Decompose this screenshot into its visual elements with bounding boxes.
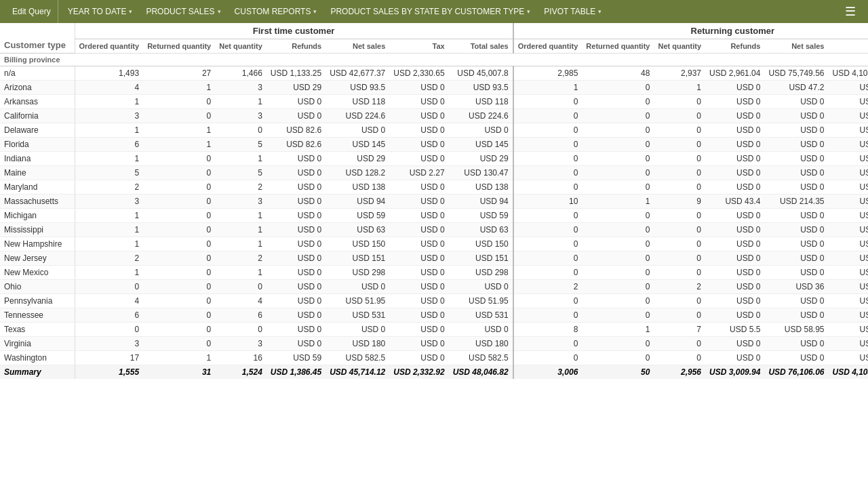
ftc-nq-cell: 6 — [215, 308, 267, 323]
table-row: n/a 1,493 27 1,466 USD 1,133.25 USD 42,6… — [0, 66, 868, 81]
ftc-rq-cell: 0 — [143, 195, 215, 209]
rc-ref-cell: USD 0 — [705, 95, 764, 109]
rc-tax-cell: USD 0 — [828, 337, 868, 351]
rc-nq-cell: 0 — [654, 223, 705, 237]
ftc-oq-cell: 17 — [75, 351, 143, 365]
ftc-ns-cell: USD 51.95 — [326, 294, 389, 308]
rc-tax-header: Tax — [828, 39, 868, 54]
ftc-oq-cell: 1 — [75, 266, 143, 280]
ftc-ts-cell: USD 93.5 — [449, 81, 513, 95]
table-row: Maryland 2 0 2 USD 0 USD 138 USD 0 USD 1… — [0, 180, 868, 195]
table-row: Ohio 0 0 0 USD 0 USD 0 USD 0 USD 0 2 0 2… — [0, 280, 868, 294]
ftc-rq-cell: 0 — [143, 223, 215, 237]
ftc-ts-cell: USD 59 — [449, 209, 513, 223]
rc-tax-cell: USD 0 — [828, 195, 868, 209]
rc-tax-cell: USD 0 — [828, 266, 868, 280]
state-cell: Michigan — [0, 209, 75, 223]
ftc-rq-cell: 0 — [143, 180, 215, 195]
nav-product-sales[interactable]: PRODUCT SALES ▾ — [139, 0, 227, 23]
rc-nq-cell: 0 — [654, 123, 705, 138]
state-cell: Delaware — [0, 123, 75, 138]
rc-nq-cell: 0 — [654, 152, 705, 166]
ftc-rq-cell: 0 — [143, 152, 215, 166]
rc-tax-cell: USD 0 — [828, 138, 868, 152]
ftc-rq-cell: 1 — [143, 351, 215, 365]
ftc-ts-cell: USD 224.6 — [449, 109, 513, 123]
year-to-date-label: YEAR TO DATE — [68, 7, 127, 16]
table-footer: Summary 1,555 31 1,524 USD 1,386.45 USD … — [0, 365, 868, 380]
rc-rq-cell: 0 — [582, 266, 654, 280]
rc-rq-cell: 0 — [582, 109, 654, 123]
rc-ns-cell: USD 0 — [764, 266, 828, 280]
rc-nq-cell: 2,937 — [654, 66, 705, 81]
billing-province-row: Billing province — [0, 54, 868, 66]
rc-ns-cell: USD 75,749.56 — [764, 66, 828, 81]
ftc-oq-cell: 1 — [75, 223, 143, 237]
summary-ftc-nq: 1,524 — [215, 365, 267, 380]
rc-oq-cell: 0 — [513, 294, 583, 308]
rc-ns-cell: USD 0 — [764, 237, 828, 251]
rc-ns-cell: USD 0 — [764, 95, 828, 109]
rc-nq-cell: 0 — [654, 237, 705, 251]
ftc-oq-cell: 6 — [75, 308, 143, 323]
state-cell: Arkansas — [0, 95, 75, 109]
ftc-rq-cell: 0 — [143, 308, 215, 323]
ftc-tax-cell: USD 0 — [389, 138, 448, 152]
rc-oq-cell: 0 — [513, 109, 583, 123]
ftc-ref-cell: USD 0 — [267, 266, 326, 280]
ftc-ns-cell: USD 145 — [326, 138, 389, 152]
ftc-tax-cell: USD 0 — [389, 180, 448, 195]
rc-ref-cell: USD 0 — [705, 152, 764, 166]
summary-rc-rq: 50 — [582, 365, 654, 380]
edit-query-button[interactable]: Edit Query — [5, 0, 58, 23]
table-row: Massachusetts 3 0 3 USD 0 USD 94 USD 0 U… — [0, 195, 868, 209]
ftc-ref-cell: USD 0 — [267, 294, 326, 308]
table-row: Arkansas 1 0 1 USD 0 USD 118 USD 0 USD 1… — [0, 95, 868, 109]
summary-rc-nq: 2,956 — [654, 365, 705, 380]
nav-pivot-table[interactable]: PIVOT TABLE ▾ — [537, 0, 608, 23]
table-row: Tennessee 6 0 6 USD 0 USD 531 USD 0 USD … — [0, 308, 868, 323]
nav-year-to-date[interactable]: YEAR TO DATE ▾ — [61, 0, 140, 23]
edit-query-label: Edit Query — [12, 7, 51, 16]
ftc-ref-cell: USD 0 — [267, 337, 326, 351]
rc-ns-cell: USD 0 — [764, 251, 828, 266]
rc-ns-cell: USD 36 — [764, 280, 828, 294]
ftc-rq-cell: 0 — [143, 337, 215, 351]
ftc-net-qty-header: Net quantity — [215, 39, 267, 54]
ftc-tax-cell: USD 0 — [389, 251, 448, 266]
ftc-tax-cell: USD 0 — [389, 109, 448, 123]
ftc-ns-cell: USD 118 — [326, 95, 389, 109]
nav-product-sales-state[interactable]: PRODUCT SALES BY STATE BY CUSTOMER TYPE … — [323, 0, 537, 23]
ftc-tax-cell: USD 0 — [389, 123, 448, 138]
hamburger-menu-button[interactable]: ☰ — [838, 4, 863, 19]
ftc-refunds-header: Refunds — [267, 39, 326, 54]
ftc-oq-cell: 3 — [75, 337, 143, 351]
rc-ref-cell: USD 0 — [705, 209, 764, 223]
rc-tax-cell: USD 0 — [828, 237, 868, 251]
header-row-groups: Customer type First time customer Return… — [0, 23, 868, 39]
rc-tax-cell: USD 0 — [828, 81, 868, 95]
ftc-rq-cell: 27 — [143, 66, 215, 81]
ftc-nq-cell: 0 — [215, 123, 267, 138]
ftc-rq-cell: 0 — [143, 294, 215, 308]
ftc-ref-cell: USD 0 — [267, 195, 326, 209]
state-cell: New Jersey — [0, 251, 75, 266]
rc-refunds-header: Refunds — [705, 39, 764, 54]
ftc-ns-cell: USD 150 — [326, 237, 389, 251]
ftc-oq-cell: 2 — [75, 251, 143, 266]
ftc-ns-cell: USD 59 — [326, 209, 389, 223]
summary-rc-ref: USD 3,009.94 — [705, 365, 764, 380]
ftc-rq-cell: 0 — [143, 95, 215, 109]
rc-oq-cell: 0 — [513, 95, 583, 109]
nav-custom-reports[interactable]: CUSTOM REPORTS ▾ — [228, 0, 324, 23]
ftc-tax-cell: USD 0 — [389, 237, 448, 251]
rc-ref-cell: USD 5.5 — [705, 323, 764, 337]
ftc-ns-cell: USD 42,677.37 — [326, 66, 389, 81]
ftc-nq-cell: 3 — [215, 81, 267, 95]
ftc-tax-header: Tax — [389, 39, 448, 54]
rc-net-sales-header: Net sales — [764, 39, 828, 54]
ftc-ts-cell: USD 531 — [449, 308, 513, 323]
rc-ns-cell: USD 0 — [764, 109, 828, 123]
summary-ftc-rq: 31 — [143, 365, 215, 380]
ftc-ts-cell: USD 145 — [449, 138, 513, 152]
